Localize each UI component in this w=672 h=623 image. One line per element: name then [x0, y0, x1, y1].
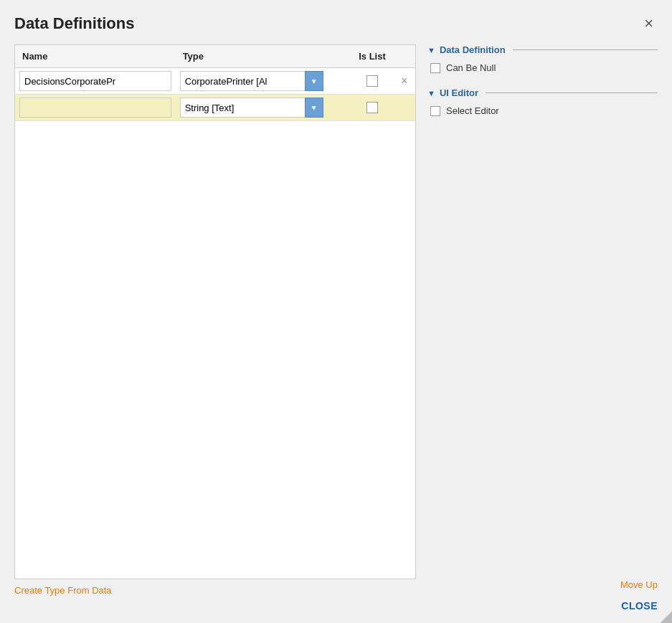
- type-select-2[interactable]: String [Text]: [180, 98, 323, 118]
- dialog-body: Name Type Is List: [14, 44, 658, 596]
- type-select-wrapper-2: String [Text]: [180, 98, 323, 118]
- delete-button-1[interactable]: ×: [398, 75, 410, 87]
- is-list-cell-2: [351, 95, 394, 121]
- data-definitions-dialog: Data Definitions × Name Type Is List: [0, 0, 672, 623]
- is-list-checkbox-1[interactable]: [366, 75, 378, 87]
- delete-cell-2: [394, 95, 415, 121]
- is-list-cell-1: [351, 68, 394, 95]
- type-cell-2: String [Text]: [176, 95, 351, 121]
- ui-editor-label: UI Editor: [440, 87, 478, 98]
- dialog-title: Data Definitions: [14, 14, 134, 33]
- data-definition-section-header: ▼ Data Definition: [427, 44, 658, 55]
- select-editor-row: Select Editor: [427, 105, 658, 116]
- col-header-actions: [394, 45, 415, 68]
- can-be-null-label: Can Be Null: [446, 62, 496, 73]
- can-be-null-row: Can Be Null: [427, 62, 658, 73]
- close-x-button[interactable]: ×: [640, 14, 658, 33]
- select-editor-checkbox[interactable]: [430, 106, 440, 116]
- name-cell-1: [15, 68, 176, 95]
- move-up-button[interactable]: Move Up: [620, 579, 658, 590]
- name-input-2[interactable]: [19, 98, 171, 118]
- triangle-icon-data-def: ▼: [427, 46, 435, 54]
- left-panel: Name Type Is List: [14, 44, 416, 596]
- is-list-checkbox-2[interactable]: [366, 102, 378, 113]
- table-row: String [Text]: [15, 95, 415, 121]
- type-select-1[interactable]: CorporatePrinter [Al: [180, 71, 323, 91]
- select-editor-label: Select Editor: [446, 105, 499, 116]
- table-row: CorporatePrinter [Al ×: [15, 68, 415, 95]
- type-select-wrapper-1: CorporatePrinter [Al: [180, 71, 323, 91]
- col-header-name: Name: [15, 45, 176, 68]
- delete-cell-1: ×: [394, 68, 415, 95]
- name-cell-2: [15, 95, 176, 121]
- create-type-link[interactable]: Create Type From Data: [14, 585, 416, 596]
- dialog-header: Data Definitions ×: [14, 14, 658, 33]
- close-button[interactable]: CLOSE: [621, 600, 658, 612]
- table-container: Name Type Is List: [14, 44, 416, 579]
- definitions-table: Name Type Is List: [15, 45, 415, 121]
- table-header-row: Name Type Is List: [15, 45, 415, 68]
- name-input-1[interactable]: [19, 71, 171, 91]
- ui-editor-section-header: ▼ UI Editor: [427, 87, 658, 98]
- data-definition-label: Data Definition: [440, 44, 506, 55]
- triangle-icon-ui-editor: ▼: [427, 89, 435, 98]
- col-header-type: Type: [176, 45, 351, 68]
- resize-handle[interactable]: [661, 612, 672, 623]
- can-be-null-checkbox[interactable]: [430, 63, 440, 73]
- right-panel: ▼ Data Definition Can Be Null ▼ UI Edito…: [427, 44, 658, 596]
- type-cell-1: CorporatePrinter [Al: [176, 68, 351, 95]
- col-header-is-list: Is List: [351, 45, 394, 68]
